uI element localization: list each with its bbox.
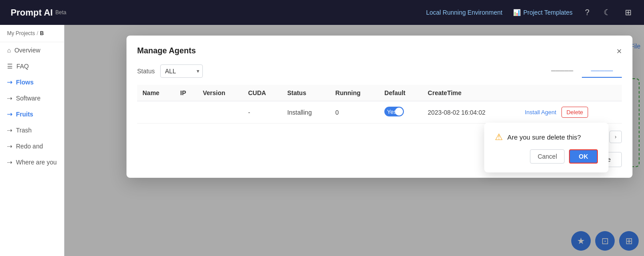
help-button[interactable]: ? [583, 6, 591, 19]
confirm-cancel-button[interactable]: Cancel [530, 149, 565, 164]
toggle-track[interactable]: Yes [384, 107, 404, 116]
sidebar-item-label: Redo and [16, 143, 43, 150]
confirm-ok-button[interactable]: OK [569, 149, 598, 164]
sidebar-item-where[interactable]: ⇢ Where are you [0, 154, 64, 170]
cell-name [137, 101, 175, 124]
trash-icon: ⇢ [7, 127, 12, 134]
breadcrumb-sep1: / [37, 30, 38, 36]
sidebar-item-label: Software [16, 95, 40, 102]
settings-button[interactable]: ⊞ [623, 6, 633, 19]
status-filter-select[interactable]: ALL Running Stopped Installing [160, 64, 203, 78]
sidebar-item-faq[interactable]: ☰ FAQ [0, 58, 64, 74]
next-page-button[interactable]: › [609, 131, 622, 143]
flows-icon: ⇢ [7, 79, 12, 86]
status-filter-wrapper: ALL Running Stopped Installing [160, 64, 203, 78]
app-header: Prompt AI Beta Local Running Environment… [0, 0, 644, 25]
warning-icon: ⚠ [495, 132, 503, 142]
filter-row: Status ALL Running Stopped Installing ──… [137, 64, 622, 78]
cell-default: Yes [379, 101, 423, 124]
sidebar-item-flows[interactable]: ⇢ Flows [0, 74, 64, 90]
faq-icon: ☰ [7, 63, 13, 70]
confirm-message: Are you sure delete this? [507, 133, 581, 141]
sidebar-item-label: Flows [16, 79, 34, 86]
confirm-dialog: ⚠ Are you sure delete this? Cancel OK [484, 123, 608, 172]
col-actions [516, 85, 622, 101]
table-header-row: Name IP Version CUDA Status Running Defa… [137, 85, 622, 101]
sidebar-item-fruits[interactable]: ⇢ Fruits [0, 106, 64, 122]
sidebar-item-trash[interactable]: ⇢ Trash [0, 122, 64, 138]
modal-close-button[interactable]: × [616, 47, 622, 56]
breadcrumb-my-projects[interactable]: My Projects [7, 30, 35, 36]
cell-running: 0 [330, 101, 379, 124]
sidebar-item-overview[interactable]: ⌂ Overview [0, 42, 64, 58]
cell-cuda: - [243, 101, 282, 124]
confirm-actions: Cancel OK [495, 149, 598, 164]
cell-actions: Install Agent Delete [516, 101, 622, 124]
modal-tabs: ───── ───── [542, 64, 622, 78]
col-default: Default [379, 85, 423, 101]
col-ip: IP [175, 85, 198, 101]
confirm-header: ⚠ Are you sure delete this? [495, 132, 598, 142]
sidebar-item-label: Overview [14, 47, 40, 54]
chart-icon: 📊 [513, 9, 521, 16]
col-running: Running [330, 85, 379, 101]
sidebar-item-redo[interactable]: ⇢ Redo and [0, 138, 64, 154]
filter-label: Status [137, 68, 155, 75]
sidebar-item-label: FAQ [16, 63, 29, 70]
col-create-time: CreateTime [423, 85, 516, 101]
fruits-icon: ⇢ [7, 111, 12, 118]
project-templates-link[interactable]: 📊 Project Templates [513, 9, 573, 16]
modal-header: Manage Agents × [137, 46, 622, 56]
sidebar-item-software[interactable]: ⇢ Software [0, 90, 64, 106]
col-version: Version [198, 85, 243, 101]
col-name: Name [137, 85, 175, 101]
tab-1[interactable]: ───── [542, 64, 582, 78]
cell-create-time: 2023-08-02 16:04:02 [423, 101, 516, 124]
toggle-thumb [395, 108, 403, 116]
sidebar-item-label: Trash [16, 127, 32, 134]
sidebar: My Projects / B ⌂ Overview ☰ FAQ ⇢ Flows… [0, 25, 64, 256]
redo-icon: ⇢ [7, 143, 12, 150]
col-status: Status [282, 85, 330, 101]
cell-status: Installing [282, 101, 330, 124]
install-agent-button[interactable]: Install Agent [522, 107, 560, 117]
table-row: - Installing 0 Yes 2023-08-02 16:04:0 [137, 101, 622, 124]
col-cuda: CUDA [243, 85, 282, 101]
dark-mode-button[interactable]: ☾ [602, 6, 612, 19]
breadcrumb: My Projects / B [0, 25, 64, 42]
sidebar-item-label: Where are you [16, 159, 57, 166]
overview-icon: ⌂ [7, 47, 11, 54]
beta-badge: Beta [55, 9, 67, 16]
main-content: nload Rasa File Manage Agents × Status A… [64, 25, 644, 256]
breadcrumb-b[interactable]: B [40, 30, 44, 36]
where-icon: ⇢ [7, 159, 12, 166]
modal-title: Manage Agents [137, 46, 196, 56]
cell-version [198, 101, 243, 124]
sidebar-item-label: Fruits [16, 111, 33, 118]
tab-2[interactable]: ───── [582, 64, 622, 78]
software-icon: ⇢ [7, 95, 12, 102]
app-logo: Prompt AI Beta [11, 8, 67, 18]
local-env-link[interactable]: Local Running Environment [426, 9, 502, 16]
delete-button[interactable]: Delete [561, 107, 588, 118]
agents-table: Name IP Version CUDA Status Running Defa… [137, 85, 622, 124]
cell-ip [175, 101, 198, 124]
logo-text: Prompt AI [11, 8, 53, 18]
default-toggle[interactable]: Yes [384, 107, 404, 116]
app-body: My Projects / B ⌂ Overview ☰ FAQ ⇢ Flows… [0, 25, 644, 256]
header-right: Local Running Environment 📊 Project Temp… [426, 6, 633, 19]
